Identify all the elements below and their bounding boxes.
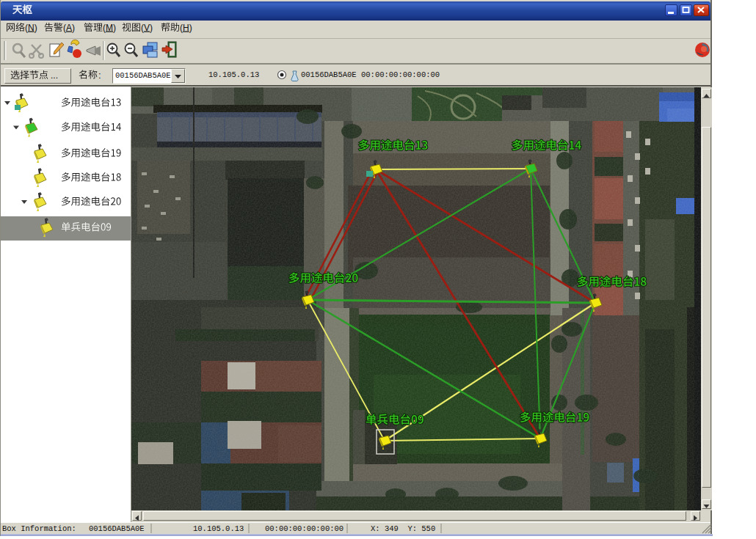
svg-text:(H): (H) [180, 23, 192, 33]
svg-text::: : [98, 70, 101, 81]
svg-text:(M): (M) [103, 23, 116, 33]
svg-text:...: ... [51, 70, 58, 81]
svg-text:(N): (N) [25, 23, 37, 33]
svg-text:(V): (V) [141, 23, 153, 33]
svg-text:(A): (A) [63, 23, 75, 33]
